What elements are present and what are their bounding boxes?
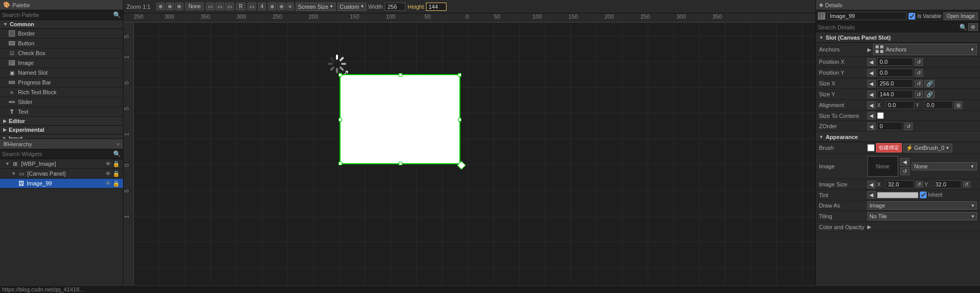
align-arrow-btn[interactable]: ◀ [867,101,876,109]
imgsize-x-input[interactable] [886,180,914,188]
draw-as-value: Image ▼ [867,201,977,210]
pos-x-arrow-btn[interactable]: ◀ [867,58,876,66]
toolbar-icon-extra-4[interactable]: ≡ [287,3,294,10]
none-button[interactable]: None [185,3,204,10]
zorder-row: ZOrder ◀ ↺ [816,121,980,132]
imgsize-y-input[interactable] [933,180,961,188]
imgsize-y-reset-btn[interactable]: ↺ [963,181,970,187]
palette-item-button[interactable]: Button [0,39,123,48]
canvas-area[interactable]: 250 300 350 300 250 200 150 100 50 0 50 … [123,13,815,293]
search-palette-input[interactable] [2,12,113,18]
palette-item-text[interactable]: T Text [0,107,123,117]
image-preview-box[interactable]: None [867,156,898,177]
imgsize-x-reset-btn[interactable]: ↺ [916,181,923,187]
section-input[interactable]: ▶ Input [0,134,123,139]
zorder-reset-btn[interactable]: ↺ [904,123,913,130]
section-experimental[interactable]: ▶ Experimental [0,126,123,134]
pos-x-reset-btn[interactable]: ↺ [915,58,923,66]
toolbar-shape-2[interactable]: ▭ [216,3,224,10]
handle-bc[interactable] [399,162,402,165]
handle-bl[interactable] [338,162,342,165]
tint-arrow-btn[interactable]: ◀ [867,191,876,199]
toolbar-icon-btn-1[interactable]: ⊕ [156,3,165,10]
handle-tl[interactable] [338,73,342,77]
handle-br[interactable] [457,161,466,170]
size-x-link-btn[interactable]: 🔗 [924,80,935,88]
hierarchy-item-wbp-image[interactable]: ▼ ⊞ [WBP_Image] 👁 🔒 [0,159,123,169]
size-x-reset-btn[interactable]: ↺ [915,80,923,88]
toolbar-icon-extra-2[interactable]: ⊕ [268,3,276,10]
imgsize-arrow-btn[interactable]: ◀ [867,181,876,188]
section-common[interactable]: ▼ Common [0,20,123,29]
draw-as-dropdown[interactable]: Image ▼ [867,201,977,210]
hier-visibility-btn-canvas[interactable]: 👁 [105,170,111,177]
brush-color-swatch[interactable] [867,144,875,151]
toolbar-icon-extra-1[interactable]: ▭ [247,3,256,10]
is-variable-checkbox[interactable] [908,13,915,20]
handle-tc[interactable] [399,73,402,77]
zorder-arrow-btn[interactable]: ◀ [867,123,876,130]
palette-item-slider[interactable]: Slider [0,97,123,107]
hierarchy-item-canvas-panel[interactable]: ▼ ▭ [Canvas Panel] 👁 🔒 [0,169,123,179]
toolbar-icon-btn-3[interactable]: ⊕ [175,3,183,10]
pos-y-reset-btn[interactable]: ↺ [915,69,923,77]
align-x-input[interactable] [886,101,914,109]
hierarchy-close-btn[interactable]: × [117,141,120,147]
image-reset-btn[interactable]: ↺ [900,167,910,175]
image-none-dropdown[interactable]: None ▼ [912,162,977,170]
hier-lock-btn-img[interactable]: 🔒 [113,180,120,187]
size-x-input[interactable] [877,79,913,88]
section-editor[interactable]: ▶ Editor [0,117,123,126]
details-search-settings-btn[interactable]: ⚙ [968,23,978,31]
handle-ml[interactable] [338,118,342,122]
r-button[interactable]: R [236,3,245,10]
pos-y-arrow-btn[interactable]: ◀ [867,69,876,77]
size-x-arrow-btn[interactable]: ◀ [867,80,876,88]
size-y-input[interactable] [877,90,913,98]
anchors-dropdown[interactable]: Anchors ▼ [873,44,977,55]
size-to-content-checkbox[interactable] [877,112,884,119]
canvas-main[interactable]: ↗ [134,23,815,293]
search-widgets-input[interactable] [2,151,113,157]
hierarchy-item-image99[interactable]: 🖼 Image_99 👁 🔒 [0,179,123,188]
tint-inherit-checkbox[interactable] [920,192,926,198]
toolbar-shape-1[interactable]: ▭ [206,3,215,10]
align-expand-btn[interactable]: ⊞ [954,101,963,109]
palette-item-border[interactable]: Border [0,29,123,39]
custom-dropdown[interactable]: Custom ▼ [337,3,366,11]
search-details-input[interactable] [818,24,959,30]
open-image-button[interactable]: Open Image [943,12,978,20]
brush-get-btn[interactable]: ⚡ GetBrush_0 ▼ [903,144,952,152]
position-y-input[interactable] [877,68,913,77]
image-arrow-left-btn[interactable]: ◀ [900,158,910,166]
size-y-arrow-btn[interactable]: ◀ [867,91,876,98]
hier-visibility-btn[interactable]: 👁 [105,161,111,167]
screen-size-dropdown[interactable]: Screen Size ▼ [296,3,335,11]
size-y-reset-btn[interactable]: ↺ [915,91,923,98]
hier-lock-btn-canvas[interactable]: 🔒 [113,170,120,177]
handle-mr[interactable] [458,118,461,122]
palette-item-image[interactable]: Image [0,58,123,68]
zorder-input[interactable] [877,122,903,130]
position-x-input[interactable] [877,58,913,66]
brush-create-binding-btn[interactable]: 创建绑定 [876,143,902,152]
align-y-input[interactable] [924,101,953,109]
width-input[interactable] [385,3,405,11]
toolbar-shape-3[interactable]: ▭ [225,3,234,10]
height-input[interactable] [426,3,447,11]
details-name-input[interactable] [827,12,906,20]
toolbar-icon-btn-2[interactable]: ⊕ [166,3,174,10]
hier-lock-btn[interactable]: 🔒 [113,161,120,167]
selected-widget-box[interactable] [340,74,460,164]
size-y-link-btn[interactable]: 🔗 [924,91,935,98]
handle-tr[interactable] [458,73,461,77]
palette-item-checkbox[interactable]: ☑ Check Box [0,48,123,58]
palette-item-namedslot[interactable]: ▣ Named Slot [0,68,123,78]
palette-item-progressbar[interactable]: Progress Bar [0,78,123,88]
hier-visibility-btn-img[interactable]: 👁 [105,180,111,187]
palette-item-richtextblock[interactable]: ≡ Rich Text Block [0,88,123,97]
toolbar-icon-extra-3[interactable]: ⊕ [277,3,286,10]
tiling-dropdown[interactable]: No Tile ▼ [867,212,977,220]
tint-swatch[interactable] [877,192,918,198]
stc-arrow-btn[interactable]: ◀ [867,112,876,119]
